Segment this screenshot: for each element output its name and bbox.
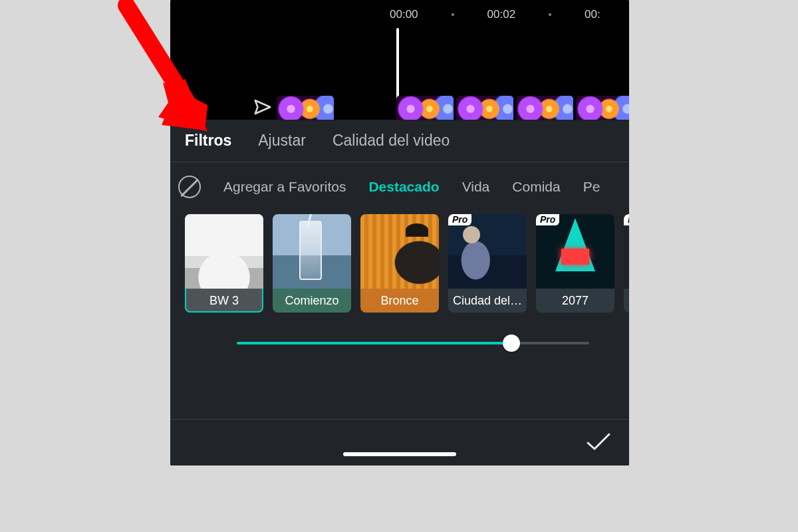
filter-card[interactable]: ProCiudad del…: [448, 214, 527, 313]
tab-ajustar[interactable]: Ajustar: [258, 132, 306, 150]
timeline-mark-1: 00:02: [487, 8, 516, 21]
timeline-tick-dot: [549, 13, 551, 16]
panel-footer: [170, 419, 629, 466]
filter-thumbnail: Pro: [448, 214, 527, 289]
category-partial[interactable]: Pe: [583, 179, 600, 195]
pro-badge: Pro: [624, 214, 629, 225]
timeline-clip[interactable]: [277, 96, 334, 120]
filters-panel: Filtros Ajustar Calidad del video Agrega…: [170, 120, 629, 466]
timeline-clip[interactable]: [576, 96, 629, 120]
category-favoritos[interactable]: Agregar a Favoritos: [223, 179, 346, 195]
filter-card[interactable]: BW 3: [185, 214, 263, 313]
filter-card[interactable]: Pro2077: [536, 214, 614, 313]
home-indicator[interactable]: [343, 452, 456, 456]
slider-track-fill: [237, 342, 511, 344]
filter-card[interactable]: Comienzo: [273, 214, 351, 313]
filter-label: [624, 289, 629, 313]
timeline[interactable]: 00:00 00:02 00:: [170, 0, 629, 120]
timeline-time-labels: 00:00 00:02 00:: [390, 8, 600, 21]
intensity-slider[interactable]: [170, 313, 629, 350]
slider-knob[interactable]: [503, 334, 520, 352]
filter-label: Bronce: [360, 289, 439, 313]
timeline-clip[interactable]: [516, 96, 573, 120]
pro-badge: Pro: [536, 214, 559, 225]
category-destacado[interactable]: Destacado: [368, 179, 439, 195]
confirm-checkmark-icon[interactable]: [585, 431, 612, 455]
tab-calidad-video[interactable]: Calidad del video: [332, 132, 450, 150]
filter-card[interactable]: Bronce: [360, 214, 439, 313]
timeline-mark-0: 00:00: [390, 8, 418, 21]
filter-thumbnail: Pro: [624, 214, 629, 289]
category-vida[interactable]: Vida: [462, 179, 490, 195]
filter-thumbnail: [360, 214, 439, 289]
tab-filtros[interactable]: Filtros: [185, 132, 231, 150]
filter-thumbnail: [185, 214, 263, 289]
pro-badge: Pro: [448, 214, 471, 225]
timeline-tick-dot: [452, 13, 454, 16]
timeline-clip[interactable]: [456, 96, 513, 120]
filter-thumbnail: Pro: [536, 214, 614, 289]
timeline-mark-partial: 00:: [585, 8, 600, 21]
filter-thumbnail: [273, 214, 351, 289]
filter-label: Ciudad del…: [448, 289, 527, 313]
filter-card[interactable]: Pro: [624, 214, 629, 313]
category-comida[interactable]: Comida: [512, 179, 560, 195]
filter-label: 2077: [536, 289, 614, 313]
timeline-clip-row[interactable]: [170, 96, 629, 120]
timeline-clip[interactable]: [396, 96, 454, 120]
panel-tab-bar: Filtros Ajustar Calidad del video: [170, 120, 629, 162]
filter-label: Comienzo: [273, 289, 351, 313]
app-screenshot: 00:00 00:02 00: Filtros Ajustar Calidad …: [170, 0, 629, 466]
filter-thumbnail-row[interactable]: BW 3ComienzoBronceProCiudad del…Pro2077P…: [170, 202, 629, 313]
filter-category-row[interactable]: Agregar a Favoritos Destacado Vida Comid…: [170, 162, 629, 202]
no-filter-icon[interactable]: [178, 176, 201, 198]
filter-label: BW 3: [185, 289, 263, 313]
